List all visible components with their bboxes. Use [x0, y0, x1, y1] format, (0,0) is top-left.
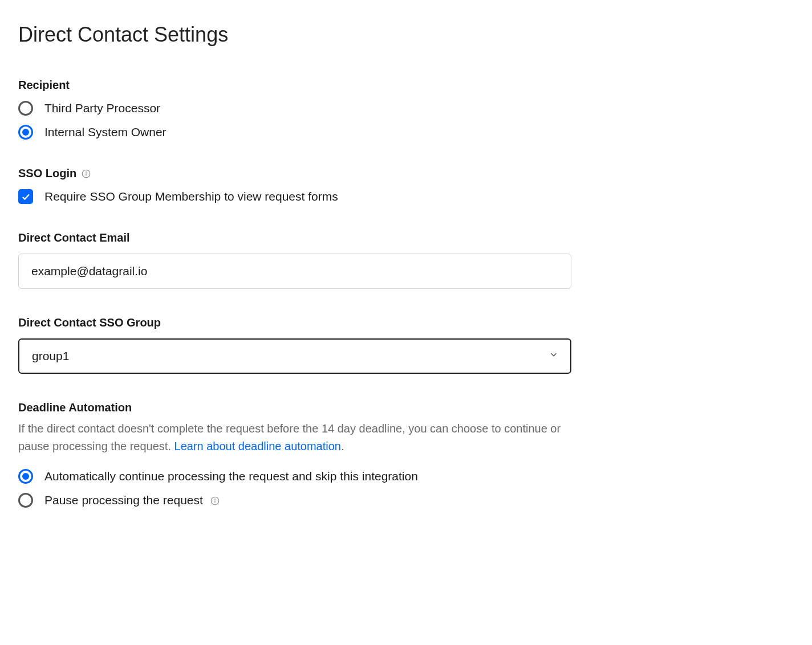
recipient-label: Recipient — [18, 79, 794, 92]
email-section: Direct Contact Email — [18, 231, 794, 289]
recipient-radio-group: Third Party Processor Internal System Ow… — [18, 101, 794, 140]
sso-label-text: SSO Login — [18, 167, 76, 180]
recipient-option-third-party[interactable]: Third Party Processor — [18, 101, 794, 116]
deadline-help-period: . — [341, 440, 344, 452]
radio-label: Third Party Processor — [44, 101, 160, 115]
recipient-section: Recipient Third Party Processor Internal… — [18, 79, 794, 140]
radio-icon — [18, 469, 33, 484]
learn-about-deadline-link[interactable]: Learn about deadline automation — [174, 440, 341, 452]
checkbox-label: Require SSO Group Membership to view req… — [44, 190, 338, 203]
deadline-option-pause[interactable]: Pause processing the request — [18, 493, 794, 508]
sso-group-section: Direct Contact SSO Group group1 — [18, 316, 794, 374]
radio-icon — [18, 101, 33, 116]
radio-label: Pause processing the request — [44, 493, 220, 507]
svg-point-2 — [86, 172, 87, 172]
email-label: Direct Contact Email — [18, 231, 794, 244]
info-icon[interactable] — [210, 496, 220, 506]
radio-icon — [18, 125, 33, 140]
sso-group-select[interactable]: group1 — [18, 338, 571, 374]
deadline-option-continue[interactable]: Automatically continue processing the re… — [18, 469, 794, 484]
svg-point-5 — [214, 499, 215, 500]
info-icon[interactable] — [81, 169, 91, 179]
recipient-option-internal[interactable]: Internal System Owner — [18, 125, 794, 140]
sso-section: SSO Login Require SSO Group Membership t… — [18, 167, 794, 204]
deadline-help-text: If the direct contact doesn't complete t… — [18, 420, 571, 455]
page-title: Direct Contact Settings — [18, 23, 794, 47]
radio-label: Internal System Owner — [44, 125, 167, 139]
deadline-radio-group: Automatically continue processing the re… — [18, 469, 794, 508]
sso-group-value: group1 — [32, 349, 69, 363]
radio-label: Automatically continue processing the re… — [44, 470, 418, 483]
radio-icon — [18, 493, 33, 508]
direct-contact-email-input[interactable] — [18, 254, 571, 289]
deadline-label: Deadline Automation — [18, 401, 794, 414]
deadline-section: Deadline Automation If the direct contac… — [18, 401, 794, 508]
sso-group-label: Direct Contact SSO Group — [18, 316, 794, 329]
sso-require-checkbox-row[interactable]: Require SSO Group Membership to view req… — [18, 189, 794, 204]
checkbox-icon — [18, 189, 33, 204]
sso-label: SSO Login — [18, 167, 794, 180]
